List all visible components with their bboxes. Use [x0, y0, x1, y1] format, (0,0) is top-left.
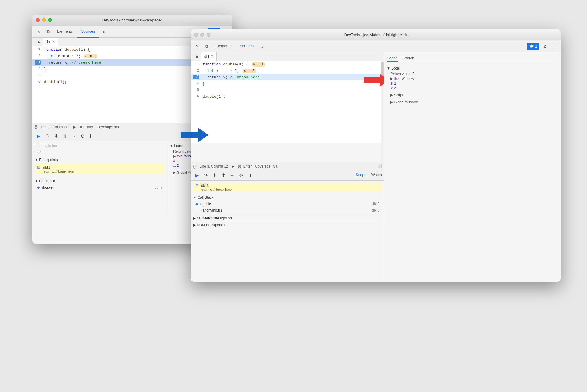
tab-sources-2[interactable]: Sources [236, 40, 257, 52]
call-stack-section-1: ▼ Call Stack ◆ double dbl:3 [32, 177, 167, 192]
pause-btn-1[interactable]: ⏸ [87, 132, 95, 140]
red-arrow [361, 72, 384, 89]
maximize-button-1[interactable] [48, 18, 52, 22]
call-stack-header-2[interactable]: ▼ Call Stack [193, 194, 382, 201]
run-icon-1[interactable]: ▶ [35, 38, 43, 46]
right-panel-2: Scope Watch ▼ Local Return value: 2 ▶ th… [384, 52, 561, 282]
run-label-1: ▶ [73, 125, 76, 129]
app-label: app [35, 149, 165, 154]
dom-header-2[interactable]: ▶ DOM Breakpoints [193, 222, 382, 228]
cs-arrow-double-2: ◆ [195, 202, 198, 206]
svg-marker-1 [364, 74, 384, 87]
tab-elements-2[interactable]: Elements [212, 40, 235, 52]
more-vert-icon-2[interactable]: ⋮ [550, 42, 558, 50]
title-bar-2: DevTools - jec.fyi/demo/dbl-right-click [191, 29, 561, 40]
scope-tab-label-2[interactable]: Scope [356, 173, 367, 178]
close-button-1[interactable] [36, 18, 40, 22]
pause-btn-2[interactable]: ⏸ [246, 172, 254, 179]
scope-tab-2[interactable]: Scope [387, 56, 398, 62]
file-tab-dbl-1[interactable]: dbl ✕ [43, 38, 58, 46]
scope-script-section-2: ▶ Script [387, 93, 558, 97]
minimize-button-2[interactable] [200, 33, 204, 37]
more-tabs-icon-1[interactable]: » [100, 28, 108, 36]
xhr-header-2[interactable]: ▶ XHR/fetch Breakpoints [193, 215, 382, 222]
minimize-button-1[interactable] [42, 18, 46, 22]
breakpoint-item-1[interactable]: ☑ dbl:3 return x; // break here [35, 164, 165, 174]
deactivate-btn-2[interactable]: ⊘ [237, 172, 245, 179]
tab-elements-1[interactable]: Elements [53, 26, 76, 38]
call-stack-item-double-2[interactable]: ◆ double dbl:3 [193, 201, 382, 207]
watch-tab-label-2[interactable]: Watch [371, 173, 382, 178]
maximize-button-2[interactable] [207, 33, 210, 37]
call-stack-section-2: ▼ Call Stack ◆ double dbl:3 (anonymous) … [191, 194, 384, 214]
scope-global-2: ▶ Global Window [387, 100, 558, 104]
close-file-tab-2[interactable]: ✕ [211, 55, 213, 58]
more-tabs-icon-2[interactable]: » [258, 42, 266, 50]
var-badge-x-2: x = 2 [243, 69, 256, 73]
cs-location-1: dbl:3 [155, 185, 162, 190]
code-line-6-2: 6 double(1); [191, 93, 380, 100]
left-panel-1: the google bar app ▼ Breakpoints ☑ dbl:3… [32, 141, 167, 212]
code-editor-2: 1 function double(a) { a = 1 2 let x = a… [191, 61, 384, 143]
google-bar-section: the google bar app [32, 141, 167, 156]
cs-location-double-2: dbl:3 [372, 202, 379, 206]
file-tabs-2: ▶ dbl ✕ [191, 52, 384, 61]
notification-badge-2[interactable]: 💬 1 [527, 43, 539, 50]
cs-name-1: double [42, 185, 53, 190]
step-into-btn-2[interactable]: ⬇ [211, 172, 218, 179]
format-icon-1[interactable]: {} [35, 125, 37, 129]
cursor-icon-2[interactable]: ↖ [193, 42, 201, 50]
bp-checkbox-2[interactable]: ☑ [195, 184, 199, 188]
step-out-btn-2[interactable]: ⬆ [220, 172, 227, 179]
traffic-lights-1 [36, 18, 52, 22]
run-icon-2[interactable]: ▶ [193, 53, 201, 61]
line-col-1: Line 3, Column 12 [41, 125, 69, 129]
call-stack-header-1[interactable]: ▼ Call Stack [35, 178, 165, 184]
deactivate-btn-1[interactable]: ⊘ [79, 132, 86, 140]
title-bar-1: DevTools - chrome://new-tab-page/ [32, 15, 232, 26]
close-button-2[interactable] [194, 33, 198, 37]
step-out-btn-1[interactable]: ⬆ [61, 132, 69, 140]
close-file-tab-1[interactable]: ✕ [52, 40, 55, 44]
step-into-btn-1[interactable]: ⬇ [52, 132, 60, 140]
devtools-window-2: DevTools - jec.fyi/demo/dbl-right-click … [191, 29, 561, 282]
layers-icon-1[interactable]: ⧉ [44, 28, 52, 36]
breakpoints-header-1[interactable]: ▼ Breakpoints [35, 157, 165, 163]
w2-left-column: ▶ dbl ✕ 1 function double(a) { a = 1 [191, 52, 384, 282]
bp-label-1: dbl:3 [43, 165, 51, 170]
call-stack-item-1[interactable]: ◆ double dbl:3 [35, 184, 165, 191]
resume-btn-2[interactable]: ▶ [193, 172, 201, 179]
code-line-4-2: 4 } [191, 80, 380, 87]
step-btn-2[interactable]: → [228, 172, 236, 179]
shortcut-1: ⌘+Enter [79, 125, 93, 129]
breakpoint-section-2: ☑ dbl:3 return x; // break here [193, 183, 382, 192]
svg-marker-0 [181, 128, 208, 142]
call-stack-item-anon-2[interactable]: (anonymous) dbl:6 [193, 207, 382, 214]
file-tab-dbl-2[interactable]: dbl ✕ [201, 52, 217, 61]
step-over-btn-1[interactable]: ↷ [43, 132, 51, 140]
bp-code-2: return x; // break here [201, 188, 379, 191]
scope-script-2: ▶ Script [387, 93, 558, 97]
code-line-2-2: 2 let x = a * 2; x = 2 [191, 67, 380, 74]
window-title-2: DevTools - jec.fyi/demo/dbl-right-click [344, 33, 407, 37]
bp-code-1: return x; // break here [43, 170, 162, 173]
watch-tab-2[interactable]: Watch [404, 56, 414, 62]
devtools-toolbar-2: ↖ ⧉ Elements Sources » 💬 1 ⚙ ⋮ [191, 40, 561, 52]
code-line-5-2: 5 [191, 87, 380, 93]
scope-x-2: x: 2 [387, 86, 558, 90]
format-icon-2[interactable]: {} [193, 164, 196, 169]
scope-a-2: a: 1 [387, 81, 558, 86]
layers-icon-2[interactable]: ⧉ [203, 42, 211, 50]
resume-btn-1[interactable]: ▶ [35, 132, 42, 140]
step-btn-1[interactable]: → [70, 132, 77, 140]
shortcut-2: ⌘+Enter [238, 164, 252, 168]
tab-sources-1[interactable]: Sources [77, 26, 99, 38]
settings-icon-2[interactable]: ⚙ [541, 42, 549, 50]
cs-arrow-1: ◆ [37, 185, 40, 190]
step-over-btn-2[interactable]: ↷ [202, 172, 210, 179]
cs-location-anon-2: dbl:6 [372, 208, 379, 212]
cursor-icon-1[interactable]: ↖ [35, 28, 43, 36]
expand-icon-2[interactable]: ⬜ [377, 164, 382, 168]
bp-checkbox-1[interactable]: ☑ [37, 165, 40, 170]
var-badge-a-1: a = 1 [84, 54, 97, 58]
